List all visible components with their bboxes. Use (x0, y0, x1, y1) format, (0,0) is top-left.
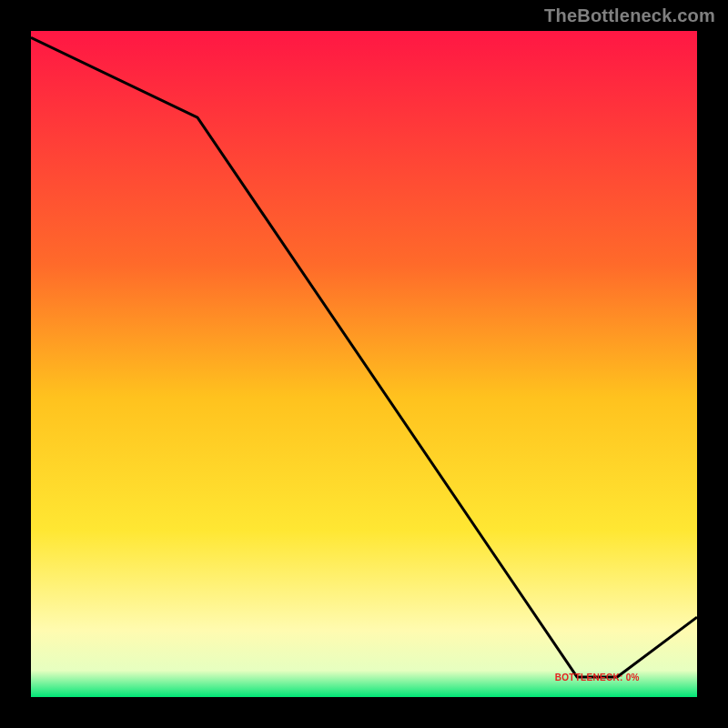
plot-area: BOTTLENECK: 0% (27, 27, 701, 701)
watermark-text: TheBottleneck.com (544, 5, 715, 26)
line-series (31, 31, 697, 697)
chart-container: TheBottleneck.com BOTTLENECK: 0% (0, 0, 728, 728)
bottleneck-annotation: BOTTLENECK: 0% (555, 672, 640, 682)
series-path (31, 37, 697, 677)
